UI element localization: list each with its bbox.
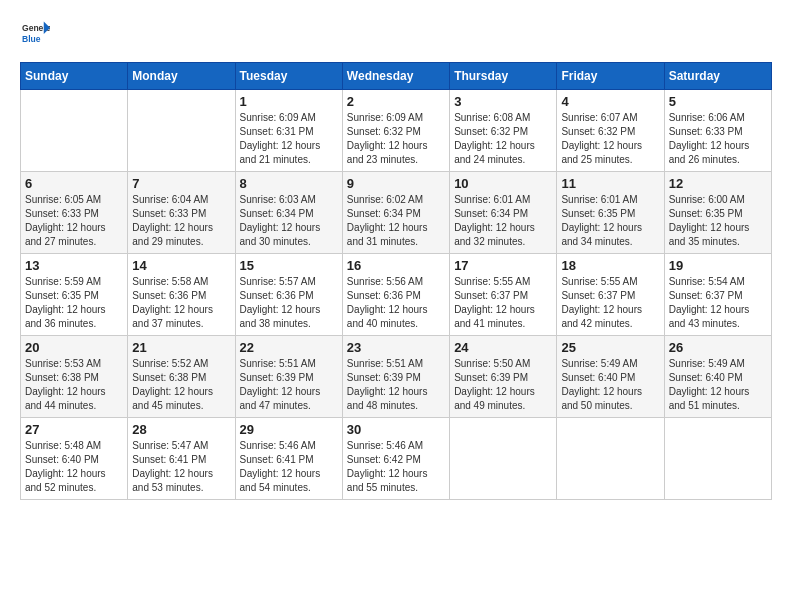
calendar-cell: 2Sunrise: 6:09 AM Sunset: 6:32 PM Daylig…	[342, 90, 449, 172]
calendar-cell: 28Sunrise: 5:47 AM Sunset: 6:41 PM Dayli…	[128, 418, 235, 500]
calendar-cell: 29Sunrise: 5:46 AM Sunset: 6:41 PM Dayli…	[235, 418, 342, 500]
day-number: 2	[347, 94, 445, 109]
day-number: 1	[240, 94, 338, 109]
weekday-header-cell: Sunday	[21, 63, 128, 90]
calendar-cell: 18Sunrise: 5:55 AM Sunset: 6:37 PM Dayli…	[557, 254, 664, 336]
calendar-body: 1Sunrise: 6:09 AM Sunset: 6:31 PM Daylig…	[21, 90, 772, 500]
day-info: Sunrise: 5:57 AM Sunset: 6:36 PM Dayligh…	[240, 275, 338, 331]
calendar-cell: 3Sunrise: 6:08 AM Sunset: 6:32 PM Daylig…	[450, 90, 557, 172]
day-number: 6	[25, 176, 123, 191]
day-number: 8	[240, 176, 338, 191]
day-info: Sunrise: 5:52 AM Sunset: 6:38 PM Dayligh…	[132, 357, 230, 413]
day-info: Sunrise: 6:01 AM Sunset: 6:35 PM Dayligh…	[561, 193, 659, 249]
calendar-week-row: 13Sunrise: 5:59 AM Sunset: 6:35 PM Dayli…	[21, 254, 772, 336]
day-info: Sunrise: 6:09 AM Sunset: 6:32 PM Dayligh…	[347, 111, 445, 167]
header: General Blue	[20, 20, 772, 52]
day-info: Sunrise: 6:01 AM Sunset: 6:34 PM Dayligh…	[454, 193, 552, 249]
day-info: Sunrise: 6:03 AM Sunset: 6:34 PM Dayligh…	[240, 193, 338, 249]
day-number: 17	[454, 258, 552, 273]
calendar-cell: 6Sunrise: 6:05 AM Sunset: 6:33 PM Daylig…	[21, 172, 128, 254]
day-number: 20	[25, 340, 123, 355]
calendar-week-row: 1Sunrise: 6:09 AM Sunset: 6:31 PM Daylig…	[21, 90, 772, 172]
logo-icon: General Blue	[22, 20, 50, 48]
day-number: 27	[25, 422, 123, 437]
calendar-cell: 16Sunrise: 5:56 AM Sunset: 6:36 PM Dayli…	[342, 254, 449, 336]
day-info: Sunrise: 5:49 AM Sunset: 6:40 PM Dayligh…	[561, 357, 659, 413]
day-info: Sunrise: 6:05 AM Sunset: 6:33 PM Dayligh…	[25, 193, 123, 249]
calendar-cell: 13Sunrise: 5:59 AM Sunset: 6:35 PM Dayli…	[21, 254, 128, 336]
calendar-cell	[450, 418, 557, 500]
calendar-header: SundayMondayTuesdayWednesdayThursdayFrid…	[21, 63, 772, 90]
day-number: 24	[454, 340, 552, 355]
day-number: 11	[561, 176, 659, 191]
calendar-table: SundayMondayTuesdayWednesdayThursdayFrid…	[20, 62, 772, 500]
day-info: Sunrise: 6:04 AM Sunset: 6:33 PM Dayligh…	[132, 193, 230, 249]
calendar-cell: 24Sunrise: 5:50 AM Sunset: 6:39 PM Dayli…	[450, 336, 557, 418]
day-number: 14	[132, 258, 230, 273]
weekday-header-row: SundayMondayTuesdayWednesdayThursdayFrid…	[21, 63, 772, 90]
day-info: Sunrise: 5:46 AM Sunset: 6:42 PM Dayligh…	[347, 439, 445, 495]
calendar-cell: 1Sunrise: 6:09 AM Sunset: 6:31 PM Daylig…	[235, 90, 342, 172]
weekday-header-cell: Wednesday	[342, 63, 449, 90]
svg-text:Blue: Blue	[22, 34, 41, 44]
calendar-week-row: 27Sunrise: 5:48 AM Sunset: 6:40 PM Dayli…	[21, 418, 772, 500]
day-number: 15	[240, 258, 338, 273]
calendar-cell	[21, 90, 128, 172]
calendar-cell: 26Sunrise: 5:49 AM Sunset: 6:40 PM Dayli…	[664, 336, 771, 418]
calendar-cell: 20Sunrise: 5:53 AM Sunset: 6:38 PM Dayli…	[21, 336, 128, 418]
day-info: Sunrise: 5:55 AM Sunset: 6:37 PM Dayligh…	[454, 275, 552, 331]
day-info: Sunrise: 6:02 AM Sunset: 6:34 PM Dayligh…	[347, 193, 445, 249]
calendar-cell	[128, 90, 235, 172]
day-number: 12	[669, 176, 767, 191]
calendar-cell: 17Sunrise: 5:55 AM Sunset: 6:37 PM Dayli…	[450, 254, 557, 336]
day-number: 22	[240, 340, 338, 355]
calendar-cell: 4Sunrise: 6:07 AM Sunset: 6:32 PM Daylig…	[557, 90, 664, 172]
day-info: Sunrise: 6:09 AM Sunset: 6:31 PM Dayligh…	[240, 111, 338, 167]
day-info: Sunrise: 5:47 AM Sunset: 6:41 PM Dayligh…	[132, 439, 230, 495]
weekday-header-cell: Thursday	[450, 63, 557, 90]
day-info: Sunrise: 6:00 AM Sunset: 6:35 PM Dayligh…	[669, 193, 767, 249]
weekday-header-cell: Monday	[128, 63, 235, 90]
calendar-cell: 15Sunrise: 5:57 AM Sunset: 6:36 PM Dayli…	[235, 254, 342, 336]
calendar-cell	[664, 418, 771, 500]
day-info: Sunrise: 6:06 AM Sunset: 6:33 PM Dayligh…	[669, 111, 767, 167]
day-info: Sunrise: 6:07 AM Sunset: 6:32 PM Dayligh…	[561, 111, 659, 167]
day-number: 3	[454, 94, 552, 109]
calendar-cell: 12Sunrise: 6:00 AM Sunset: 6:35 PM Dayli…	[664, 172, 771, 254]
calendar-cell: 25Sunrise: 5:49 AM Sunset: 6:40 PM Dayli…	[557, 336, 664, 418]
day-number: 18	[561, 258, 659, 273]
day-info: Sunrise: 5:58 AM Sunset: 6:36 PM Dayligh…	[132, 275, 230, 331]
day-number: 26	[669, 340, 767, 355]
weekday-header-cell: Saturday	[664, 63, 771, 90]
day-number: 30	[347, 422, 445, 437]
calendar-cell: 27Sunrise: 5:48 AM Sunset: 6:40 PM Dayli…	[21, 418, 128, 500]
day-number: 4	[561, 94, 659, 109]
day-number: 10	[454, 176, 552, 191]
calendar-week-row: 6Sunrise: 6:05 AM Sunset: 6:33 PM Daylig…	[21, 172, 772, 254]
day-info: Sunrise: 6:08 AM Sunset: 6:32 PM Dayligh…	[454, 111, 552, 167]
calendar-cell: 5Sunrise: 6:06 AM Sunset: 6:33 PM Daylig…	[664, 90, 771, 172]
calendar-cell: 10Sunrise: 6:01 AM Sunset: 6:34 PM Dayli…	[450, 172, 557, 254]
calendar-cell: 11Sunrise: 6:01 AM Sunset: 6:35 PM Dayli…	[557, 172, 664, 254]
day-info: Sunrise: 5:51 AM Sunset: 6:39 PM Dayligh…	[240, 357, 338, 413]
day-number: 25	[561, 340, 659, 355]
day-info: Sunrise: 5:54 AM Sunset: 6:37 PM Dayligh…	[669, 275, 767, 331]
day-number: 16	[347, 258, 445, 273]
calendar-cell: 22Sunrise: 5:51 AM Sunset: 6:39 PM Dayli…	[235, 336, 342, 418]
day-info: Sunrise: 5:51 AM Sunset: 6:39 PM Dayligh…	[347, 357, 445, 413]
day-info: Sunrise: 5:59 AM Sunset: 6:35 PM Dayligh…	[25, 275, 123, 331]
calendar-cell: 9Sunrise: 6:02 AM Sunset: 6:34 PM Daylig…	[342, 172, 449, 254]
calendar-cell: 19Sunrise: 5:54 AM Sunset: 6:37 PM Dayli…	[664, 254, 771, 336]
day-info: Sunrise: 5:56 AM Sunset: 6:36 PM Dayligh…	[347, 275, 445, 331]
day-info: Sunrise: 5:46 AM Sunset: 6:41 PM Dayligh…	[240, 439, 338, 495]
calendar-week-row: 20Sunrise: 5:53 AM Sunset: 6:38 PM Dayli…	[21, 336, 772, 418]
day-info: Sunrise: 5:55 AM Sunset: 6:37 PM Dayligh…	[561, 275, 659, 331]
calendar-cell: 14Sunrise: 5:58 AM Sunset: 6:36 PM Dayli…	[128, 254, 235, 336]
day-info: Sunrise: 5:53 AM Sunset: 6:38 PM Dayligh…	[25, 357, 123, 413]
calendar-cell: 21Sunrise: 5:52 AM Sunset: 6:38 PM Dayli…	[128, 336, 235, 418]
weekday-header-cell: Tuesday	[235, 63, 342, 90]
calendar-cell: 23Sunrise: 5:51 AM Sunset: 6:39 PM Dayli…	[342, 336, 449, 418]
day-info: Sunrise: 5:50 AM Sunset: 6:39 PM Dayligh…	[454, 357, 552, 413]
day-number: 21	[132, 340, 230, 355]
weekday-header-cell: Friday	[557, 63, 664, 90]
